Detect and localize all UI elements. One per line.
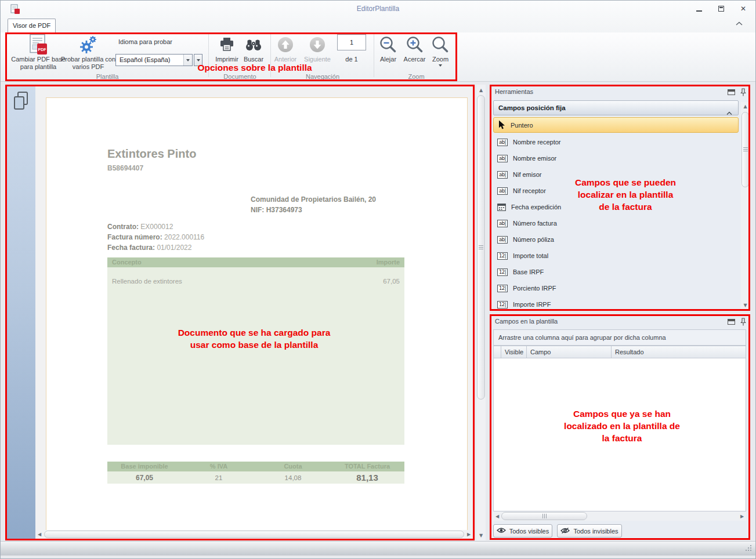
all-invisible-button[interactable]: Todos invisibles <box>557 524 622 538</box>
scroll-right-icon[interactable]: ▶ <box>738 511 746 521</box>
hscroll-thumb[interactable] <box>44 531 464 538</box>
panel-pin-icon[interactable] <box>740 88 746 99</box>
textbox-icon <box>497 139 508 146</box>
document-canvas[interactable]: Extintores Pinto B58694407 Comunidad de … <box>35 85 473 530</box>
fields-panel-title: Campos en la plantilla <box>495 318 558 325</box>
number-field-icon <box>497 301 508 308</box>
panel-restore-icon[interactable] <box>728 319 735 325</box>
arrow-down-circle-icon <box>309 34 325 55</box>
number-field-icon <box>497 268 508 276</box>
eye-icon <box>497 527 506 535</box>
vscroll-thumb[interactable] <box>741 112 749 187</box>
tool-item-importe-irpf[interactable]: Importe IRPF <box>493 296 739 313</box>
zoom-out-button[interactable]: Alejar <box>375 34 401 63</box>
tool-item-nombre-emisor[interactable]: Nombre emisor <box>493 150 739 166</box>
window-controls: ✕ <box>695 5 747 13</box>
totals-value-total: 81,13 <box>330 473 404 482</box>
pdf-page: Extintores Pinto B58694407 Comunidad de … <box>46 97 468 530</box>
window-title: EditorPlantilla <box>1 1 755 17</box>
zoom-menu-label: Zoom <box>432 56 448 63</box>
tool-item-numero-factura[interactable]: Número factura <box>493 215 739 231</box>
textbox-icon <box>497 236 508 244</box>
column-header-resultado[interactable]: Resultado <box>612 346 746 358</box>
totals-value-iva: 21 <box>182 474 256 481</box>
tool-item-label: Nif emisor <box>513 171 542 178</box>
fields-table-header: Visible Campo Resultado <box>493 346 746 358</box>
thumbnails-sidebar[interactable] <box>5 85 35 540</box>
svg-text:PDF: PDF <box>38 48 47 52</box>
scroll-down-icon[interactable]: ▼ <box>741 302 750 309</box>
gears-icon <box>78 34 99 55</box>
invoice-number-line: Factura número: 2022.000116 <box>107 232 204 242</box>
tool-item-label: Porciento IRPF <box>513 285 556 292</box>
tool-item-numero-poliza[interactable]: Número póliza <box>493 231 739 248</box>
hscroll-thumb[interactable] <box>501 512 587 520</box>
textbox-icon <box>497 220 508 227</box>
calendar-icon <box>497 203 506 211</box>
column-header-campo[interactable]: Campo <box>527 346 612 358</box>
panel-restore-icon[interactable] <box>728 89 735 95</box>
resize-grip[interactable] <box>745 545 751 551</box>
language-combobox[interactable]: Español (España) <box>115 54 193 66</box>
maximize-button[interactable] <box>717 5 725 13</box>
invoice-recipient-block: Comunidad de Propietarios Bailén, 20 NIF… <box>251 194 376 215</box>
invoice-recipient-name: Comunidad de Propietarios Bailén, 20 <box>251 194 376 205</box>
scroll-left-icon[interactable]: ◀ <box>35 530 44 539</box>
tool-item-nombre-receptor[interactable]: Nombre receptor <box>493 134 739 150</box>
number-field-icon <box>497 285 508 292</box>
all-visible-button[interactable]: Todos visibles <box>493 524 552 538</box>
next-page-button[interactable]: Siguiente <box>302 34 333 63</box>
page-count-label: de 1 <box>337 56 366 63</box>
tool-item-porciento-irpf[interactable]: Porciento IRPF <box>493 280 739 296</box>
test-template-button[interactable]: Probar plantilla con varios PDF <box>57 34 119 71</box>
search-button[interactable]: Buscar <box>240 34 267 63</box>
section-campos-posicion-fija[interactable]: Campos posición fija <box>493 100 739 115</box>
invoice-date-line: Fecha factura: 01/01/2022 <box>107 242 191 253</box>
pages-panel-icon[interactable] <box>13 91 29 112</box>
tools-panel-title: Herramientas <box>495 88 533 95</box>
zoom-menu-button[interactable]: Zoom <box>428 34 453 67</box>
tools-vscrollbar[interactable]: ▲ ▼ <box>741 102 750 310</box>
tool-item-base-irpf[interactable]: Base IRPF <box>493 264 739 280</box>
tool-item-puntero[interactable]: Puntero <box>493 117 739 133</box>
group-label-documento: Documento <box>209 73 270 80</box>
totals-table-values: 67,05 21 14,08 81,13 <box>107 471 404 484</box>
printer-icon <box>219 34 235 55</box>
scroll-up-icon[interactable]: ▲ <box>741 103 750 110</box>
group-label-zoom: Zoom <box>375 73 458 80</box>
totals-header-base: Base imponible <box>107 462 182 471</box>
annotation-fields-text: Campos que ya se han localizado en la pl… <box>553 408 691 444</box>
tool-item-importe-total[interactable]: Importe total <box>493 248 739 264</box>
tool-item-label: Importe total <box>513 252 548 259</box>
minimize-button[interactable] <box>695 5 703 13</box>
page-number-input[interactable]: 1 <box>337 34 366 50</box>
invoice-recipient-nif: NIF: H37364973 <box>251 205 376 215</box>
scroll-up-icon[interactable]: ▲ <box>476 86 486 94</box>
tool-item-label: Puntero <box>511 122 533 129</box>
previous-page-button[interactable]: Anterior <box>271 34 300 63</box>
panel-pin-icon[interactable] <box>740 318 746 329</box>
collapse-ribbon-chevron-icon[interactable] <box>734 20 744 28</box>
tool-item-label: Nif receptor <box>513 187 546 194</box>
document-hscrollbar[interactable]: ◀ ▶ <box>35 530 473 539</box>
close-button[interactable]: ✕ <box>739 5 747 13</box>
group-label-navegacion: Navegación <box>270 73 375 80</box>
print-button[interactable]: Imprimir <box>212 34 242 63</box>
vscroll-thumb[interactable] <box>477 95 485 400</box>
zoom-in-button[interactable]: Acercar <box>401 34 428 63</box>
fields-hscrollbar[interactable]: ◀ ▶ <box>493 511 746 521</box>
zoom-dropdown-icon <box>439 64 442 67</box>
invoice-company-cif: B58694407 <box>107 164 143 172</box>
scroll-left-icon[interactable]: ◀ <box>493 511 501 521</box>
pdf-viewer-area: Extintores Pinto B58694407 Comunidad de … <box>5 85 475 540</box>
document-vscrollbar[interactable]: ▲ ▼ <box>476 85 486 540</box>
all-invisible-label: Todos invisibles <box>573 528 618 535</box>
row-indicator-column <box>494 346 501 358</box>
tab-visor-de-pdf[interactable]: Visor de PDF <box>8 19 56 32</box>
items-table-header: Concepto Importe <box>107 257 404 267</box>
scroll-right-icon[interactable]: ▶ <box>465 530 473 539</box>
column-header-visible[interactable]: Visible <box>501 346 527 358</box>
scroll-down-icon[interactable]: ▼ <box>476 531 486 539</box>
status-bar <box>1 541 755 556</box>
group-by-hint[interactable]: Arrastre una columna aquí para agrupar p… <box>493 329 746 346</box>
